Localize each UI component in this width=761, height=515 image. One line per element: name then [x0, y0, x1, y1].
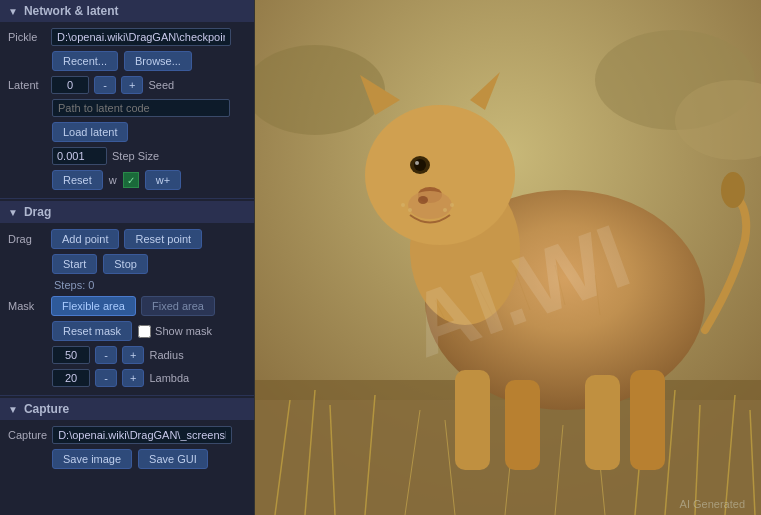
stop-button[interactable]: Stop: [103, 254, 148, 274]
svg-point-35: [401, 203, 405, 207]
svg-rect-22: [505, 380, 540, 470]
drag-points-row: Drag Add point Reset point: [8, 229, 246, 249]
capture-section-title: Capture: [24, 402, 69, 416]
drag-section-title: Drag: [24, 205, 51, 219]
latent-path-row: [8, 99, 246, 117]
svg-rect-24: [630, 370, 665, 470]
pickle-row: Pickle: [8, 28, 246, 46]
svg-point-31: [415, 161, 419, 165]
lambda-input[interactable]: [52, 369, 90, 387]
radius-plus-button[interactable]: +: [122, 346, 144, 364]
svg-point-34: [418, 196, 428, 204]
drag-section-body: Drag Add point Reset point Start Stop St…: [0, 223, 254, 393]
svg-point-33: [408, 191, 452, 219]
step-size-input[interactable]: [52, 147, 107, 165]
network-section-body: Pickle Recent... Browse... Latent - + Se…: [0, 22, 254, 196]
mask-label: Mask: [8, 300, 46, 312]
lambda-minus-button[interactable]: -: [95, 369, 117, 387]
recent-button[interactable]: Recent...: [52, 51, 118, 71]
reset-row: Reset w ✓ w+: [8, 170, 246, 190]
load-latent-button[interactable]: Load latent: [52, 122, 128, 142]
ai-generated-text: AI Generated: [680, 498, 745, 510]
radius-minus-button[interactable]: -: [95, 346, 117, 364]
svg-point-30: [414, 159, 426, 171]
pickle-buttons-row: Recent... Browse...: [8, 51, 246, 71]
capture-section-body: Capture Save image Save GUI: [0, 420, 254, 475]
start-stop-row: Start Stop: [8, 254, 246, 274]
lambda-label: Lambda: [149, 372, 189, 384]
svg-point-37: [450, 203, 454, 207]
svg-point-26: [365, 105, 515, 245]
lambda-row: - + Lambda: [8, 369, 246, 387]
capture-arrow-icon: ▼: [8, 404, 18, 415]
w-plus-button[interactable]: w+: [145, 170, 181, 190]
lambda-plus-button[interactable]: +: [122, 369, 144, 387]
fixed-area-button[interactable]: Fixed area: [141, 296, 215, 316]
capture-section-header[interactable]: ▼ Capture: [0, 398, 254, 420]
capture-path-input[interactable]: [52, 426, 232, 444]
svg-point-39: [721, 172, 745, 208]
network-arrow-icon: ▼: [8, 6, 18, 17]
divider-2: [0, 395, 254, 396]
seed-label: Seed: [148, 79, 174, 91]
radius-input[interactable]: [52, 346, 90, 364]
flexible-area-button[interactable]: Flexible area: [51, 296, 136, 316]
show-mask-checkbox[interactable]: [138, 325, 151, 338]
divider-1: [0, 198, 254, 199]
save-gui-button[interactable]: Save GUI: [138, 449, 208, 469]
latent-value-input[interactable]: [51, 76, 89, 94]
step-size-label: Step Size: [112, 150, 159, 162]
radius-row: - + Radius: [8, 346, 246, 364]
reset-mask-button[interactable]: Reset mask: [52, 321, 132, 341]
capture-path-row: Capture: [8, 426, 246, 444]
image-area: AI.WI AI Generated: [255, 0, 761, 515]
drag-arrow-icon: ▼: [8, 207, 18, 218]
svg-rect-23: [585, 375, 620, 470]
latent-label: Latent: [8, 79, 46, 91]
add-point-button[interactable]: Add point: [51, 229, 119, 249]
svg-point-36: [408, 208, 412, 212]
pickle-label: Pickle: [8, 31, 46, 43]
steps-label: Steps: 0: [52, 279, 94, 291]
network-section-header[interactable]: ▼ Network & latent: [0, 0, 254, 22]
radius-label: Radius: [149, 349, 183, 361]
drag-label: Drag: [8, 233, 46, 245]
latent-path-input[interactable]: [52, 99, 230, 117]
show-mask-label: Show mask: [155, 325, 212, 337]
lion-image: AI.WI AI Generated: [255, 0, 761, 515]
save-image-button[interactable]: Save image: [52, 449, 132, 469]
latent-row: Latent - + Seed: [8, 76, 246, 94]
show-mask-checkbox-area: Show mask: [138, 325, 212, 338]
svg-point-38: [443, 208, 447, 212]
browse-button[interactable]: Browse...: [124, 51, 192, 71]
w-label: w: [109, 174, 117, 186]
capture-label: Capture: [8, 429, 47, 441]
pickle-path-input[interactable]: [51, 28, 231, 46]
w-checkbox[interactable]: ✓: [123, 172, 139, 188]
drag-section-header[interactable]: ▼ Drag: [0, 201, 254, 223]
reset-button[interactable]: Reset: [52, 170, 103, 190]
mask-buttons-row: Mask Flexible area Fixed area: [8, 296, 246, 316]
latent-plus-button[interactable]: +: [121, 76, 143, 94]
latent-minus-button[interactable]: -: [94, 76, 116, 94]
step-size-row: Step Size: [8, 147, 246, 165]
load-latent-row: Load latent: [8, 122, 246, 142]
svg-rect-21: [455, 370, 490, 470]
left-panel: ▼ Network & latent Pickle Recent... Brow…: [0, 0, 255, 515]
steps-row: Steps: 0: [8, 279, 246, 291]
network-section-title: Network & latent: [24, 4, 119, 18]
capture-buttons-row: Save image Save GUI: [8, 449, 246, 469]
mask-options-row: Reset mask Show mask: [8, 321, 246, 341]
reset-point-button[interactable]: Reset point: [124, 229, 202, 249]
start-button[interactable]: Start: [52, 254, 97, 274]
